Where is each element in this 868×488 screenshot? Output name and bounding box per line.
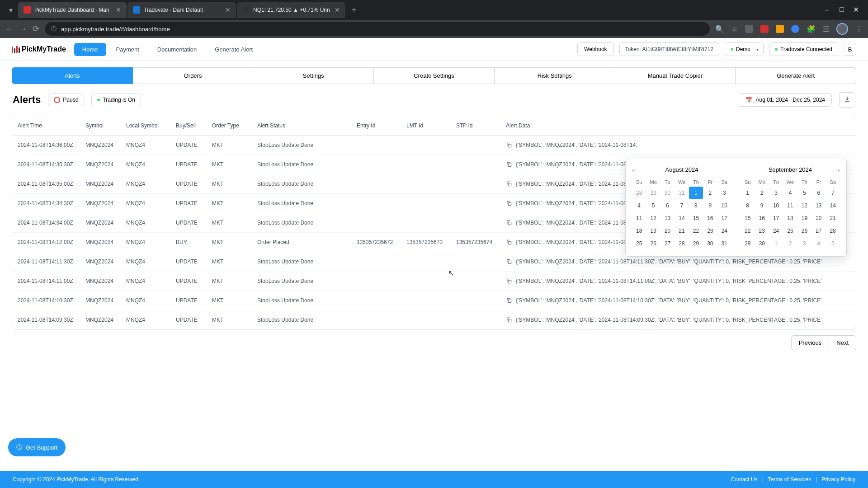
calendar-day[interactable]: 2 xyxy=(783,237,797,250)
browser-tab[interactable]: PickMyTrade Dashboard - Man✕ xyxy=(18,2,127,18)
tab-search-dropdown[interactable]: ▾ xyxy=(4,6,18,14)
calendar-day[interactable]: 1 xyxy=(741,187,755,199)
calendar-day[interactable]: 4 xyxy=(811,237,826,250)
maximize-icon[interactable]: □ xyxy=(840,5,844,15)
copy-icon[interactable] xyxy=(506,278,512,284)
calendar-day[interactable]: 9 xyxy=(755,199,769,212)
copy-icon[interactable] xyxy=(506,317,512,323)
back-button[interactable]: ← xyxy=(5,24,14,34)
calendar-day[interactable]: 14 xyxy=(675,212,689,225)
subtab-generate-alert[interactable]: Generate Alert xyxy=(736,67,856,84)
extension-icon-1[interactable] xyxy=(745,25,753,33)
user-avatar[interactable]: B xyxy=(844,43,856,56)
extension-icon-4[interactable] xyxy=(791,25,799,33)
zoom-icon[interactable]: 🔍 xyxy=(715,25,724,33)
webhook-button[interactable]: Webhook xyxy=(577,42,613,56)
nav-generate-alert[interactable]: Generate Alert xyxy=(207,43,261,56)
calendar-day[interactable]: 3 xyxy=(717,187,731,199)
calendar-day[interactable]: 31 xyxy=(675,187,689,199)
subtab-manual-trade-copier[interactable]: Manual Trade Copier xyxy=(615,67,736,84)
subtab-create-settings[interactable]: Create Settings xyxy=(374,67,495,84)
calendar-day[interactable]: 8 xyxy=(741,199,755,212)
calendar-day[interactable]: 29 xyxy=(689,237,703,250)
bookmark-star-icon[interactable]: ☆ xyxy=(731,25,738,33)
calendar-day[interactable]: 3 xyxy=(769,187,783,199)
calendar-day[interactable]: 23 xyxy=(755,225,769,237)
calendar-day[interactable]: 17 xyxy=(769,212,783,225)
calendar-day[interactable]: 28 xyxy=(675,237,689,250)
calendar-day[interactable]: 4 xyxy=(632,199,646,212)
calendar-day[interactable]: 30 xyxy=(755,237,769,250)
calendar-day[interactable]: 5 xyxy=(646,199,660,212)
nav-payment[interactable]: Payment xyxy=(108,43,147,56)
calendar-day[interactable]: 30 xyxy=(703,237,717,250)
calendar-day[interactable]: 18 xyxy=(783,212,797,225)
calendar-day[interactable]: 7 xyxy=(675,199,689,212)
extension-icon-2[interactable] xyxy=(760,25,769,33)
pause-button[interactable]: Pause xyxy=(48,94,84,106)
extension-icon-3[interactable] xyxy=(776,25,784,33)
next-month-button[interactable]: › xyxy=(838,166,840,174)
browser-tab[interactable]: Tradovate - Dark Default✕ xyxy=(127,2,236,18)
footer-link[interactable]: Terms of Services xyxy=(768,476,811,483)
calendar-day[interactable]: 24 xyxy=(717,225,731,237)
copy-icon[interactable] xyxy=(506,200,512,206)
extensions-puzzle-icon[interactable]: 🧩 xyxy=(807,25,816,33)
calendar-day[interactable]: 28 xyxy=(826,225,840,237)
previous-page-button[interactable]: Previous xyxy=(791,335,830,350)
calendar-day[interactable]: 30 xyxy=(660,187,675,199)
calendar-day[interactable]: 22 xyxy=(689,225,703,237)
calendar-day[interactable]: 4 xyxy=(783,187,797,199)
reload-button[interactable]: ⟳ xyxy=(33,24,39,34)
close-tab-icon[interactable]: ✕ xyxy=(116,6,121,14)
date-range-picker[interactable]: 📅 Aug 01, 2024 - Dec 25, 2024 xyxy=(739,93,832,107)
calendar-day[interactable]: 16 xyxy=(703,212,717,225)
calendar-day[interactable]: 19 xyxy=(797,212,811,225)
calendar-day[interactable]: 27 xyxy=(811,225,826,237)
footer-link[interactable]: Privacy Policy xyxy=(821,476,855,483)
get-support-button[interactable]: ⓘ Get Support xyxy=(8,438,66,456)
calendar-day[interactable]: 6 xyxy=(660,199,675,212)
close-tab-icon[interactable]: ✕ xyxy=(225,6,231,14)
footer-link[interactable]: Contact Us xyxy=(731,476,757,483)
nav-home[interactable]: Home xyxy=(74,43,106,56)
calendar-day[interactable]: 25 xyxy=(632,237,646,250)
calendar-day[interactable]: 6 xyxy=(811,187,826,199)
calendar-day[interactable]: 8 xyxy=(689,199,703,212)
nav-documentation[interactable]: Documentation xyxy=(149,43,205,56)
calendar-day[interactable]: 1 xyxy=(769,237,783,250)
calendar-day[interactable]: 25 xyxy=(783,225,797,237)
calendar-day[interactable]: 20 xyxy=(660,225,675,237)
next-page-button[interactable]: Next xyxy=(829,335,856,350)
calendar-day[interactable]: 10 xyxy=(769,199,783,212)
subtab-alerts[interactable]: Alerts xyxy=(12,67,133,84)
close-tab-icon[interactable]: ✕ xyxy=(335,6,340,14)
calendar-day[interactable]: 26 xyxy=(797,225,811,237)
calendar-day[interactable]: 31 xyxy=(717,237,731,250)
calendar-day[interactable]: 13 xyxy=(811,199,826,212)
calendar-day[interactable]: 7 xyxy=(826,187,840,199)
copy-icon[interactable] xyxy=(506,220,512,226)
calendar-day[interactable]: 5 xyxy=(797,187,811,199)
address-bar[interactable]: ⓘ app.pickmytrade.trade/#/dashboard/home xyxy=(45,22,710,36)
prev-month-button[interactable]: ‹ xyxy=(632,166,634,174)
calendar-day[interactable]: 2 xyxy=(755,187,769,199)
calendar-day[interactable]: 21 xyxy=(675,225,689,237)
subtab-orders[interactable]: Orders xyxy=(133,67,254,84)
calendar-day[interactable]: 20 xyxy=(811,212,826,225)
calendar-day[interactable]: 18 xyxy=(632,225,646,237)
chrome-menu-icon[interactable]: ⋮ xyxy=(855,25,863,33)
calendar-day[interactable]: 21 xyxy=(826,212,840,225)
close-window-icon[interactable]: ✕ xyxy=(853,5,859,15)
calendar-day[interactable]: 2 xyxy=(703,187,717,199)
calendar-day[interactable]: 26 xyxy=(646,237,660,250)
calendar-day[interactable]: 12 xyxy=(797,199,811,212)
calendar-day[interactable]: 11 xyxy=(632,212,646,225)
calendar-day[interactable]: 10 xyxy=(717,199,731,212)
copy-icon[interactable] xyxy=(506,239,512,245)
calendar-day[interactable]: 14 xyxy=(826,199,840,212)
copy-icon[interactable] xyxy=(506,181,512,187)
calendar-day[interactable]: 1 xyxy=(689,187,703,199)
copy-icon[interactable] xyxy=(506,297,512,304)
calendar-day[interactable]: 19 xyxy=(646,225,660,237)
